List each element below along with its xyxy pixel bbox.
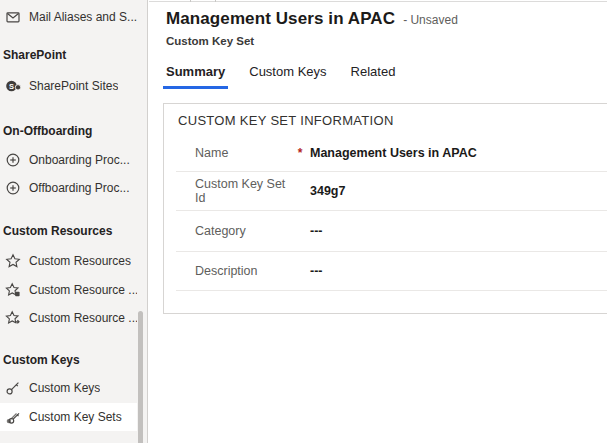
tab-custom-keys[interactable]: Custom Keys [246,61,329,89]
sharepoint-icon: S [5,78,21,94]
tab-bar: Summary Custom Keys Related [163,61,416,89]
field-label: Category [176,224,290,238]
sidebar: Mail Aliases and S... SharePoint S Share… [0,0,148,443]
field-value-custom-key-set-id[interactable]: 349g7 [310,184,345,198]
toolbar-bottom-edge [149,0,607,2]
tab-related[interactable]: Related [348,61,399,89]
app-window: { "accent": { "tab_underline": "#2567e4"… [0,0,607,443]
custom-key-set-information-card: CUSTOM KEY SET INFORMATION Name * Manage… [163,103,607,314]
field-value-category[interactable]: --- [310,224,323,238]
sidebar-item-label: Onboarding Proc... [29,153,130,167]
sidebar-item-onboarding[interactable]: Onboarding Proc... [0,147,137,173]
offboarding-process-icon [5,180,21,196]
field-row-name: Name * Management Users in APAC [176,134,607,172]
record-header: Management Users in APAC - Unsaved [166,9,458,29]
record-type-label: Custom Key Set [166,35,254,47]
unsaved-status-badge: - Unsaved [403,13,458,27]
onboarding-process-icon [5,152,21,168]
sidebar-item-offboarding[interactable]: Offboarding Proc... [0,175,137,201]
sidebar-section-custom-keys: Custom Keys [3,351,80,369]
sidebar-section-onoffboarding: On-Offboarding [3,122,92,140]
sidebar-section-custom-resources: Custom Resources [3,222,112,240]
sidebar-item-custom-key-sets[interactable]: Custom Key Sets [0,403,137,431]
sidebar-item-custom-resource-2[interactable]: Custom Resource ... [0,277,137,303]
field-value-name[interactable]: Management Users in APAC [310,146,477,160]
sidebar-item-custom-resources[interactable]: Custom Resources [0,248,137,274]
required-asterisk: * [290,146,310,160]
sidebar-item-sharepoint-sites[interactable]: S SharePoint Sites [0,73,137,99]
sidebar-section-sharepoint: SharePoint [3,46,66,64]
tab-summary[interactable]: Summary [163,61,228,89]
field-label: Custom Key Set Id [176,177,290,205]
field-row-description: Description --- [176,252,607,291]
field-row-custom-key-set-id: Custom Key Set Id 349g7 [176,172,607,211]
field-label: Description [176,264,290,278]
field-row-category: Category --- [176,211,607,252]
main-content: Management Users in APAC - Unsaved Custo… [149,0,607,443]
star-arrow-icon [5,310,21,326]
sidebar-item-custom-keys[interactable]: Custom Keys [0,375,137,401]
svg-text:S: S [9,82,14,91]
field-label: Name [176,146,290,160]
sidebar-item-label: Custom Resources [29,254,131,268]
section-title: CUSTOM KEY SET INFORMATION [164,104,607,134]
sidebar-item-label: Custom Key Sets [29,410,122,424]
sidebar-item-label: Custom Resource ... [29,311,137,325]
sidebar-item-label: Mail Aliases and S... [29,10,137,24]
key-set-icon [5,409,21,425]
sidebar-scrollbar-thumb[interactable] [138,311,143,443]
star-icon [5,253,21,269]
field-rows: Name * Management Users in APAC Custom K… [176,134,607,291]
sidebar-item-mail-aliases[interactable]: Mail Aliases and S... [0,4,137,30]
page-title: Management Users in APAC [166,9,395,29]
star-badge-icon [5,282,21,298]
sidebar-item-label: Custom Resource ... [29,283,137,297]
field-value-description[interactable]: --- [310,264,323,278]
key-icon [5,380,21,396]
sidebar-item-label: Custom Keys [29,381,100,395]
sidebar-item-label: SharePoint Sites [29,79,118,93]
toolbar-tick [190,0,191,2]
toolbar-tick [215,0,216,2]
mail-icon [5,9,21,25]
sidebar-item-label: Offboarding Proc... [29,181,130,195]
sidebar-item-custom-resource-3[interactable]: Custom Resource ... [0,305,137,331]
